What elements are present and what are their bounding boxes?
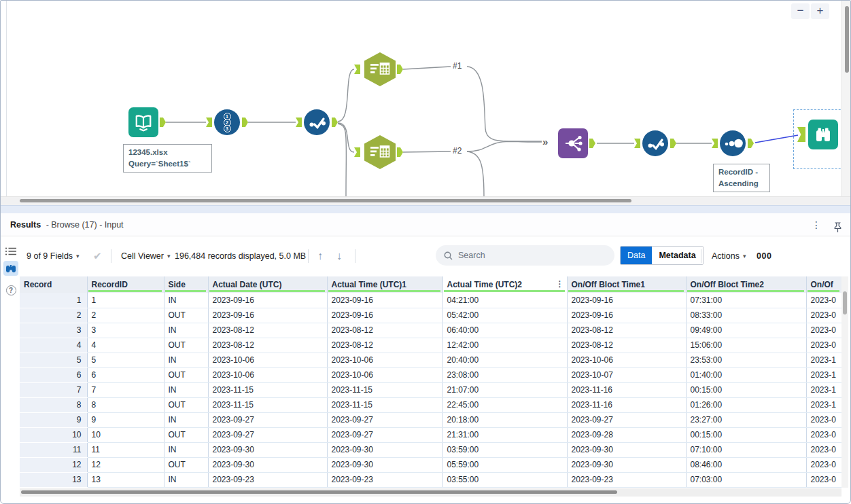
table-cell[interactable]: 07:31:00 [686, 293, 806, 308]
table-cell[interactable]: 2023-1 [806, 353, 841, 367]
table-cell[interactable]: 3 [87, 323, 164, 338]
table-cell[interactable]: 2023-09-16 [327, 293, 442, 308]
table-cell[interactable]: IN [164, 412, 208, 427]
table-cell[interactable]: 2023-09-28 [567, 427, 686, 442]
column-header[interactable]: On/Of [806, 276, 841, 293]
table-cell[interactable]: 11 [87, 442, 164, 457]
search-input[interactable] [458, 251, 594, 260]
table-cell[interactable]: 2023-08-12 [567, 323, 686, 338]
table-cell[interactable]: 01:40:00 [686, 367, 806, 382]
column-header[interactable]: On/Off Bloct Time2 [686, 276, 806, 293]
search-box[interactable] [436, 245, 614, 266]
actions-dropdown[interactable]: Actions▾ [712, 251, 746, 261]
table-cell[interactable]: 8 [87, 397, 164, 412]
table-cell[interactable]: 20:18:00 [442, 412, 567, 427]
arrow-up-icon[interactable]: ↑ [317, 250, 323, 262]
record-number-cell[interactable]: 2 [20, 308, 87, 323]
record-number-cell[interactable]: 11 [20, 442, 87, 457]
table-cell[interactable]: 03:55:00 [442, 472, 567, 487]
table-cell[interactable]: 21:31:00 [442, 427, 567, 442]
canvas-vertical-scroll-thumb[interactable] [845, 6, 849, 73]
workflow-canvas[interactable]: − + [1, 1, 851, 196]
table-cell[interactable]: 23:08:00 [442, 367, 567, 382]
record-number-cell[interactable]: 5 [20, 353, 87, 367]
table-cell[interactable]: 2023-09-16 [208, 293, 327, 308]
data-tab[interactable]: Data [621, 247, 652, 264]
record-number-cell[interactable]: 1 [20, 293, 87, 308]
column-header[interactable]: Record [20, 276, 87, 293]
table-cell[interactable]: 2023-09-27 [327, 412, 442, 427]
table-horizontal-scroll-thumb[interactable] [21, 490, 617, 494]
table-cell[interactable]: 6 [87, 367, 164, 382]
metadata-tab[interactable]: Metadata [652, 247, 702, 264]
table-cell[interactable]: 2023-09-16 [567, 308, 686, 323]
table-cell[interactable]: 13 [87, 472, 164, 487]
browse-tool[interactable] [808, 120, 838, 149]
column-header[interactable]: Actual Time (UTC)2⋮ [442, 276, 567, 293]
record-number-cell[interactable]: 8 [20, 397, 87, 412]
table-cell[interactable]: 07:10:00 [686, 442, 806, 457]
table-cell[interactable]: 2023-1 [806, 367, 841, 382]
table-cell[interactable]: 05:42:00 [442, 308, 567, 323]
column-header[interactable]: On/Off Bloct Time1 [567, 276, 686, 293]
column-header[interactable]: Actual Date (UTC) [208, 276, 327, 293]
table-cell[interactable]: 2023-10-07 [567, 367, 686, 382]
table-cell[interactable]: 2 [87, 308, 164, 323]
table-cell[interactable]: IN [164, 442, 208, 457]
table-cell[interactable]: 2023-11-16 [567, 382, 686, 397]
table-cell[interactable]: 2023-11-15 [327, 382, 442, 397]
table-cell[interactable]: 2023-10-06 [567, 353, 686, 367]
table-cell[interactable]: 2023-09-16 [327, 308, 442, 323]
table-cell[interactable]: 2023-09-30 [327, 457, 442, 472]
record-number-cell[interactable]: 9 [20, 412, 87, 427]
record-number-cell[interactable]: 4 [20, 338, 87, 353]
select-tool-1[interactable] [304, 109, 330, 135]
table-cell[interactable]: OUT [164, 367, 208, 382]
table-cell[interactable]: OUT [164, 338, 208, 353]
list-view-icon[interactable] [3, 244, 18, 259]
table-cell[interactable]: 00:15:00 [686, 382, 806, 397]
table-cell[interactable]: 2023-08-12 [208, 338, 327, 353]
table-cell[interactable]: 2023-0 [806, 457, 841, 472]
table-cell[interactable]: 2023-09-30 [567, 457, 686, 472]
record-number-cell[interactable]: 3 [20, 323, 87, 338]
table-cell[interactable]: 2023-08-12 [327, 323, 442, 338]
record-number-cell[interactable]: 12 [20, 457, 87, 472]
record-number-cell[interactable]: 7 [20, 382, 87, 397]
table-cell[interactable]: 2023-0 [806, 293, 841, 308]
table-cell[interactable]: 2023-09-27 [208, 412, 327, 427]
browse-view-icon[interactable] [3, 261, 18, 276]
table-cell[interactable]: 2023-09-27 [327, 427, 442, 442]
table-cell[interactable]: 2023-0 [806, 308, 841, 323]
select-tool-2[interactable] [642, 130, 668, 156]
table-cell[interactable]: 2023-09-23 [327, 472, 442, 487]
table-cell[interactable]: OUT [164, 308, 208, 323]
table-cell[interactable]: 2023-0 [806, 338, 841, 353]
input-annotation[interactable]: 12345.xlsx Query=`Sheet1$` [123, 144, 212, 173]
table-cell[interactable]: 04:21:00 [442, 293, 567, 308]
column-header[interactable]: Actual Time (UTC)1 [327, 276, 442, 293]
table-cell[interactable]: 2023-1 [806, 382, 841, 397]
table-cell[interactable]: IN [164, 353, 208, 367]
table-cell[interactable]: 20:40:00 [442, 353, 567, 367]
table-cell[interactable]: OUT [164, 397, 208, 412]
table-cell[interactable]: 2023-08-12 [208, 323, 327, 338]
table-cell[interactable]: 7 [87, 382, 164, 397]
cell-viewer-dropdown[interactable]: Cell Viewer▾ [121, 251, 171, 261]
table-cell[interactable]: 2023-09-16 [567, 293, 686, 308]
record-id-tool[interactable]: 123 [214, 109, 240, 135]
table-cell[interactable]: 06:40:00 [442, 323, 567, 338]
table-cell[interactable]: 09:49:00 [686, 323, 806, 338]
results-menu-icon[interactable]: ⋮ [810, 213, 823, 236]
input-data-tool[interactable] [128, 107, 158, 137]
table-cell[interactable]: 2023-09-16 [208, 308, 327, 323]
table-cell[interactable]: 2023-09-23 [208, 472, 327, 487]
multi-input-anchor[interactable]: » [542, 136, 548, 147]
table-cell[interactable]: 2023-09-27 [567, 412, 686, 427]
fields-dropdown[interactable]: 9 of 9 Fields▾ [27, 251, 80, 261]
table-cell[interactable]: 2023-1 [806, 397, 841, 412]
arrow-down-icon[interactable]: ↓ [336, 250, 342, 262]
table-cell[interactable]: 2023-09-30 [208, 442, 327, 457]
help-icon[interactable]: ? [3, 283, 18, 298]
table-cell[interactable]: OUT [164, 427, 208, 442]
